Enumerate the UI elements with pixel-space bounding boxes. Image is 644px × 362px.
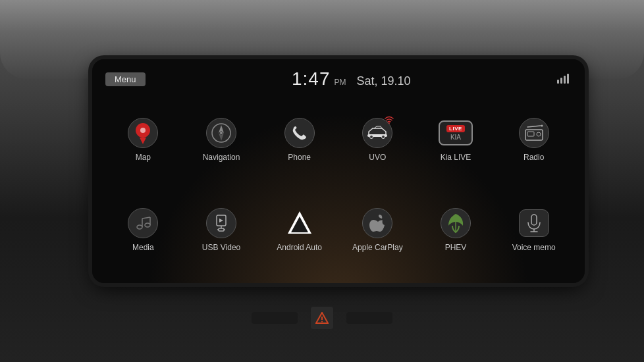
android-auto-label: Android Auto: [277, 243, 322, 252]
media-icon: [125, 207, 161, 239]
date: Sat, 19.10: [356, 74, 410, 88]
hazard-icon: [315, 312, 329, 324]
navigation-icon: [203, 117, 239, 149]
usb-video-icon: [203, 207, 239, 239]
svg-rect-13: [527, 132, 534, 136]
voice-memo-svg: [525, 213, 543, 233]
usb-video-label: USB Video: [202, 243, 240, 252]
app-apple-carplay[interactable]: Apple CarPlay: [340, 186, 416, 274]
media-label: Media: [132, 243, 154, 252]
apple-carplay-label: Apple CarPlay: [352, 243, 403, 252]
radio-svg: [524, 124, 544, 142]
ampm: PM: [334, 78, 346, 87]
map-icon: [125, 117, 161, 149]
map-label: Map: [136, 153, 151, 162]
phev-label: PHEV: [445, 243, 467, 252]
svg-point-10: [382, 136, 385, 139]
radio-label: Radio: [523, 153, 544, 162]
app-radio[interactable]: Radio: [496, 96, 572, 184]
svg-point-18: [145, 223, 150, 227]
svg-point-9: [370, 136, 373, 139]
app-navigation[interactable]: Navigation: [184, 96, 259, 184]
phone-icon: [282, 117, 317, 149]
vent-right: [346, 312, 392, 324]
svg-line-15: [527, 126, 541, 127]
phev-icon: [438, 207, 473, 239]
live-box: LIVE KIA: [439, 120, 473, 145]
wifi-badge: [385, 116, 394, 125]
signal-icon: [557, 73, 572, 84]
android-auto-svg: [286, 210, 313, 236]
navigation-label: Navigation: [203, 153, 240, 162]
infotainment-screen: Menu 1:47 PM Sat, 19.10: [92, 59, 585, 283]
app-phev[interactable]: PHEV: [418, 186, 494, 274]
app-grid: Map Navigation: [105, 96, 572, 274]
menu-label: Menu: [105, 72, 146, 86]
kia-live-label: Kia LIVE: [441, 153, 471, 162]
live-badge: LIVE: [446, 125, 465, 132]
svg-point-17: [137, 225, 142, 229]
apple-carplay-icon: [360, 207, 395, 239]
map-pin: [136, 123, 150, 143]
signal-area: [557, 73, 572, 85]
app-kia-live[interactable]: LIVE KIA Kia LIVE: [418, 96, 494, 184]
app-map[interactable]: Map: [105, 96, 181, 184]
media-svg: [134, 214, 152, 232]
top-bar: Menu 1:47 PM Sat, 19.10: [105, 68, 572, 90]
uvo-label: UVO: [369, 153, 386, 162]
svg-rect-2: [564, 76, 566, 84]
app-media[interactable]: Media: [105, 186, 181, 274]
app-phone[interactable]: Phone: [261, 96, 337, 184]
svg-point-7: [220, 132, 223, 134]
voice-memo-label: Voice memo: [512, 243, 556, 252]
svg-rect-31: [531, 215, 537, 225]
phone-label: Phone: [288, 153, 311, 162]
svg-rect-0: [557, 80, 559, 84]
app-android-auto[interactable]: Android Auto: [261, 186, 337, 274]
hazard-button[interactable]: [311, 307, 333, 329]
voice-memo-icon: [516, 207, 552, 239]
svg-point-11: [389, 122, 390, 124]
controls-area: [252, 307, 392, 329]
kia-text: KIA: [450, 134, 461, 141]
app-uvo[interactable]: UVO: [340, 96, 416, 184]
android-auto-icon: [282, 207, 317, 239]
apple-svg: [368, 213, 387, 233]
uvo-car-svg: [366, 125, 389, 141]
clock: 1:47: [292, 68, 331, 90]
kia-live-icon: LIVE KIA: [438, 117, 473, 149]
svg-rect-3: [567, 74, 569, 84]
phone-svg: [290, 124, 309, 142]
dashboard: Menu 1:47 PM Sat, 19.10: [0, 0, 644, 362]
usb-svg: [211, 214, 231, 232]
vent-left: [252, 312, 298, 324]
compass-svg: [211, 122, 232, 143]
svg-point-14: [537, 132, 541, 136]
svg-rect-1: [560, 78, 562, 84]
svg-line-21: [142, 217, 150, 219]
phev-leaf-svg: [446, 213, 466, 234]
radio-icon: [516, 117, 552, 149]
svg-point-36: [321, 321, 323, 323]
svg-rect-25: [219, 228, 224, 231]
time-area: 1:47 PM Sat, 19.10: [292, 68, 411, 90]
svg-marker-23: [219, 219, 223, 222]
app-usb-video[interactable]: USB Video: [184, 186, 259, 274]
screen-content: Menu 1:47 PM Sat, 19.10: [92, 59, 585, 283]
uvo-icon: [360, 117, 395, 149]
svg-point-16: [541, 125, 543, 127]
app-voice-memo[interactable]: Voice memo: [496, 186, 572, 274]
